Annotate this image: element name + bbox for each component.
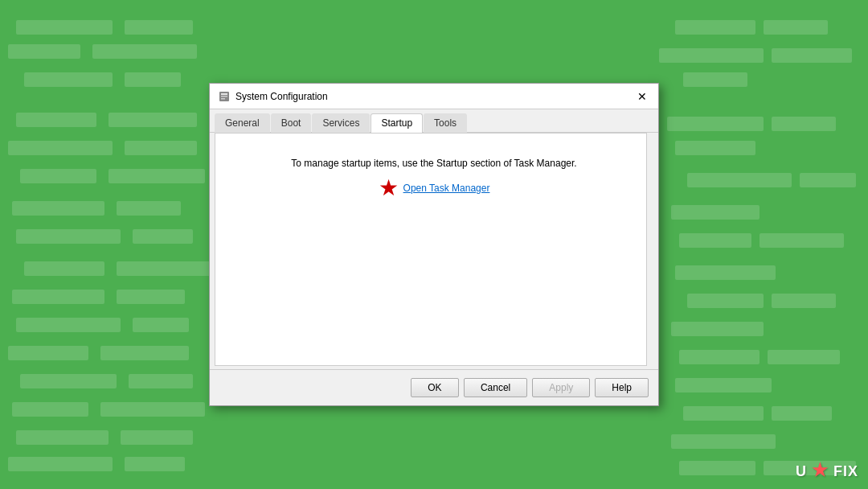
watermark-star: ★ — [812, 460, 829, 480]
tab-bar: General Boot Services Startup Tools — [210, 109, 658, 133]
dialog-title: System Configuration — [235, 91, 328, 102]
tab-startup[interactable]: Startup — [371, 113, 423, 133]
svg-rect-3 — [221, 98, 225, 100]
startup-description: To manage startup items, use the Startup… — [291, 158, 576, 169]
open-task-manager-link[interactable]: Open Task Manager — [403, 183, 490, 194]
close-button[interactable]: ✕ — [634, 88, 650, 105]
dialog-icon — [218, 90, 231, 103]
apply-button[interactable]: Apply — [532, 378, 590, 397]
content-wrapper: To manage startup items, use the Startup… — [210, 133, 658, 366]
tab-tools[interactable]: Tools — [424, 113, 467, 133]
system-configuration-dialog: System Configuration ✕ General Boot Serv… — [209, 83, 659, 406]
scrollbar[interactable] — [646, 133, 658, 366]
ok-button[interactable]: OK — [411, 378, 459, 397]
svg-rect-2 — [221, 96, 227, 97]
title-bar-left: System Configuration — [218, 90, 328, 103]
tab-boot[interactable]: Boot — [271, 113, 312, 133]
dialog-overlay: System Configuration ✕ General Boot Serv… — [0, 0, 868, 489]
svg-rect-1 — [221, 93, 227, 95]
cancel-button[interactable]: Cancel — [464, 378, 527, 397]
tab-services[interactable]: Services — [312, 113, 370, 133]
tab-general[interactable]: General — [215, 113, 270, 133]
button-bar: OK Cancel Apply Help — [210, 369, 658, 405]
content-area: To manage startup items, use the Startup… — [215, 133, 653, 366]
help-button[interactable]: Help — [595, 378, 649, 397]
title-bar: System Configuration ✕ — [210, 84, 658, 109]
red-star-pointer: ★ — [379, 177, 399, 199]
watermark: U ★ FIX — [796, 460, 858, 481]
link-row: ★ Open Task Manager — [379, 177, 490, 199]
